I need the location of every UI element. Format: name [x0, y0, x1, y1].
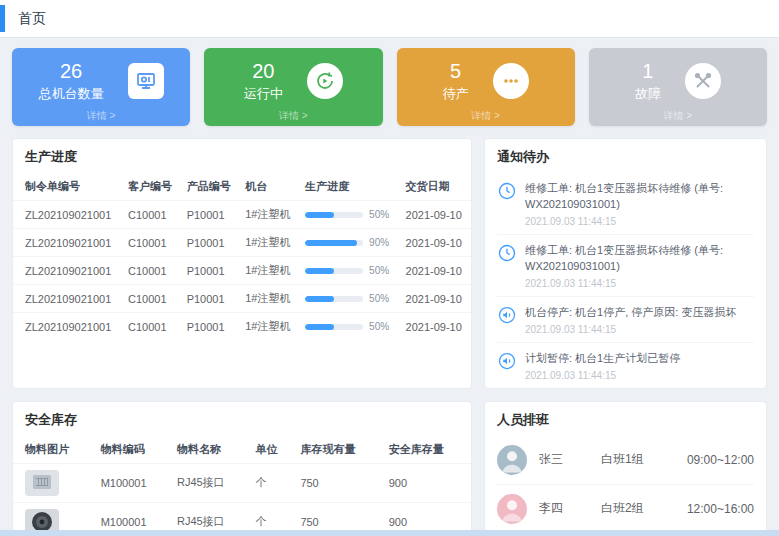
- col-header: 物料图片: [13, 436, 95, 464]
- table-row: ZL202109021001 C10001 P10001 1#注塑机 50% 2…: [13, 201, 471, 229]
- notification-item[interactable]: 计划暂停: 机台1生产计划已暂停 2021.09.03 11:44:15: [497, 343, 754, 388]
- notification-time: 2021.09.03 11:44:15: [525, 324, 736, 335]
- date-cell: 2021-09-10: [400, 313, 471, 341]
- product-cell: P10001: [181, 285, 240, 313]
- card-running-label: 运行中: [244, 85, 283, 103]
- card-waiting-detail-link[interactable]: 详情 >: [397, 109, 575, 123]
- order-cell: ZL202109021001: [13, 257, 122, 285]
- panel-notifications-title: 通知待办: [485, 139, 766, 173]
- notification-time: 2021.09.03 11:44:15: [525, 278, 754, 289]
- staff-shift: 白班1组: [601, 451, 675, 468]
- order-cell: ZL202109021001: [13, 285, 122, 313]
- staff-time: 12:00~16:00: [687, 502, 754, 516]
- speaker-icon: [497, 305, 517, 335]
- machine-cell: 1#注塑机: [239, 285, 299, 313]
- tools-icon: [685, 63, 721, 99]
- customer-cell: C10001: [122, 313, 181, 341]
- tab-home[interactable]: 首页: [18, 10, 46, 28]
- date-cell: 2021-09-10: [400, 257, 471, 285]
- customer-cell: C10001: [122, 201, 181, 229]
- panel-safety-inventory: 安全库存 物料图片 物料编码 物料名称 单位 库存现有量 安全库存量: [12, 401, 472, 536]
- card-fault-value: 1: [635, 60, 661, 82]
- card-total-machines-value: 26: [39, 60, 104, 82]
- card-total-machines-detail-link[interactable]: 详情 >: [12, 109, 190, 123]
- progress-bar: [305, 268, 363, 274]
- avatar: [497, 494, 527, 524]
- order-cell: ZL202109021001: [13, 313, 122, 341]
- product-cell: P10001: [181, 229, 240, 257]
- panel-production-progress: 生产进度 制令单编号 客户编号 产品编号 机台 生产进度 交货日期 ZL2021…: [12, 138, 472, 389]
- top-header: 首页: [0, 0, 779, 38]
- col-header: 库存现有量: [294, 436, 382, 464]
- progress-label: 50%: [369, 209, 389, 220]
- col-header: 生产进度: [299, 173, 399, 201]
- order-cell: ZL202109021001: [13, 201, 122, 229]
- col-header: 产品编号: [181, 173, 240, 201]
- inventory-table: 物料图片 物料编码 物料名称 单位 库存现有量 安全库存量: [13, 436, 471, 536]
- notification-time: 2021.09.03 11:44:15: [525, 370, 680, 381]
- product-cell: P10001: [181, 201, 240, 229]
- card-fault[interactable]: 1 故障 详情 >: [589, 48, 767, 126]
- machine-cell: 1#注塑机: [239, 229, 299, 257]
- card-waiting-value: 5: [443, 60, 469, 82]
- machine-cell: 1#注塑机: [239, 313, 299, 341]
- card-running-detail-link[interactable]: 详情 >: [204, 109, 382, 123]
- date-cell: 2021-09-10: [400, 285, 471, 313]
- product-cell: P10001: [181, 257, 240, 285]
- ellipsis-icon: [493, 63, 529, 99]
- card-running-value: 20: [244, 60, 283, 82]
- order-cell: ZL202109021001: [13, 229, 122, 257]
- staff-name: 李四: [539, 500, 601, 517]
- material-name-cell: RJ45接口: [171, 463, 250, 502]
- machine-icon: [128, 63, 164, 99]
- panel-notifications: 通知待办 维修工单: 机台1变压器损坏待维修 (单号: WX2021090310…: [484, 138, 767, 389]
- progress-bar: [305, 324, 363, 330]
- card-total-machines-label: 总机台数量: [39, 85, 104, 103]
- table-row: ZL202109021001 C10001 P10001 1#注塑机 50% 2…: [13, 313, 471, 341]
- card-total-machines[interactable]: 26 总机台数量 详情 >: [12, 48, 190, 126]
- progress-bar: [305, 296, 363, 302]
- notification-item[interactable]: 维修工单: 机台1变压器损坏待维修 (单号: WX202109031001) 2…: [497, 235, 754, 297]
- date-cell: 2021-09-10: [400, 201, 471, 229]
- customer-cell: C10001: [122, 285, 181, 313]
- notification-text: 维修工单: 机台1变压器损坏待维修 (单号: WX202109031001): [525, 181, 754, 213]
- card-fault-detail-link[interactable]: 详情 >: [589, 109, 767, 123]
- card-waiting-label: 待产: [443, 85, 469, 103]
- progress-cell: 50%: [299, 257, 399, 285]
- col-header: 交货日期: [400, 173, 471, 201]
- running-icon: [307, 63, 343, 99]
- progress-cell: 50%: [299, 313, 399, 341]
- progress-label: 50%: [369, 321, 389, 332]
- notification-item[interactable]: 维修工单: 机台1变压器损坏待维修 (单号: WX202109031001) 2…: [497, 173, 754, 235]
- col-header: 机台: [239, 173, 299, 201]
- panel-safety-inventory-title: 安全库存: [13, 402, 471, 436]
- panel-staff-schedule-title: 人员排班: [485, 402, 766, 436]
- col-header: 安全库存量: [383, 436, 471, 464]
- progress-bar: [305, 212, 363, 218]
- safety-stock-cell: 900: [383, 463, 471, 502]
- card-fault-label: 故障: [635, 85, 661, 103]
- machine-cell: 1#注塑机: [239, 201, 299, 229]
- staff-row: 李四 白班2组 12:00~16:00: [497, 485, 754, 534]
- card-running[interactable]: 20 运行中 详情 >: [204, 48, 382, 126]
- progress-label: 50%: [369, 293, 389, 304]
- header-accent-bar: [0, 5, 5, 32]
- progress-cell: 90%: [299, 229, 399, 257]
- notification-time: 2021.09.03 11:44:15: [525, 216, 754, 227]
- table-row: ZL202109021001 C10001 P10001 1#注塑机 50% 2…: [13, 257, 471, 285]
- table-row: M100001 RJ45接口 个 750 900: [13, 463, 471, 502]
- material-code-cell: M100001: [95, 463, 171, 502]
- card-waiting[interactable]: 5 待产 详情 >: [397, 48, 575, 126]
- staff-name: 张三: [539, 451, 601, 468]
- progress-bar: [305, 240, 363, 246]
- progress-label: 90%: [369, 237, 389, 248]
- unit-cell: 个: [250, 463, 295, 502]
- notification-item[interactable]: 机台停产: 机台1停产, 停产原因: 变压器损坏 2021.09.03 11:4…: [497, 297, 754, 343]
- production-table: 制令单编号 客户编号 产品编号 机台 生产进度 交货日期 ZL202109021…: [13, 173, 471, 340]
- machine-cell: 1#注塑机: [239, 257, 299, 285]
- customer-cell: C10001: [122, 229, 181, 257]
- col-header: 单位: [250, 436, 295, 464]
- notification-text: 维修工单: 机台1变压器损坏待维修 (单号: WX202109031001): [525, 243, 754, 275]
- date-cell: 2021-09-10: [400, 229, 471, 257]
- col-header: 客户编号: [122, 173, 181, 201]
